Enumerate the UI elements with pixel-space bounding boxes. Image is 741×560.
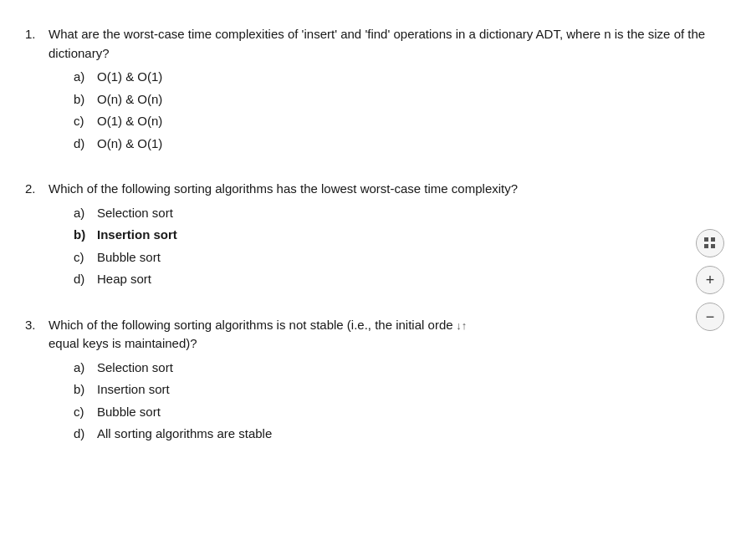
option-label: d): [74, 425, 97, 444]
option-label: c): [74, 112, 97, 131]
option-text: Insertion sort: [97, 226, 177, 245]
question-2-text: Which of the following sorting algorithm…: [49, 181, 518, 196]
option-label: d): [74, 135, 97, 154]
plus-icon: +: [706, 272, 715, 288]
question-3: 3. Which of the following sorting algori…: [25, 316, 708, 447]
option-text: Bubble sort: [97, 248, 161, 267]
option-text: O(1) & O(n): [97, 112, 162, 131]
list-item: a) Selection sort: [74, 359, 708, 378]
list-item: c) Bubble sort: [74, 403, 708, 422]
grid-layout-button[interactable]: [696, 229, 724, 257]
option-label: c): [74, 248, 97, 267]
option-text: Insertion sort: [97, 380, 170, 400]
option-text: O(1) & O(1): [97, 68, 162, 87]
question-2-options: a) Selection sort b) Insertion sort c) B…: [74, 204, 708, 289]
zoom-out-button[interactable]: −: [696, 303, 724, 331]
option-text: Heap sort: [97, 270, 151, 289]
question-1-text: What are the worst-case time complexitie…: [49, 27, 705, 60]
question-3-options: a) Selection sort b) Insertion sort c) B…: [74, 359, 708, 444]
option-text: Selection sort: [97, 204, 173, 223]
option-text: Bubble sort: [97, 403, 161, 422]
question-2-number: 2.: [25, 180, 49, 199]
list-item: d) Heap sort: [74, 270, 708, 289]
question-1: 1. What are the worst-case time complexi…: [25, 25, 708, 156]
option-label: a): [74, 68, 97, 87]
option-label: a): [74, 204, 97, 223]
list-item: c) O(1) & O(n): [74, 112, 708, 131]
question-1-number: 1.: [25, 25, 49, 44]
list-item: a) O(1) & O(1): [74, 68, 708, 87]
list-item: d) O(n) & O(1): [74, 135, 708, 154]
question-3-number: 3.: [25, 316, 49, 335]
side-controls: + −: [696, 229, 724, 331]
list-item: b) Insertion sort: [74, 226, 708, 245]
list-item: b) Insertion sort: [74, 380, 708, 400]
option-label: b): [74, 90, 97, 109]
list-item: a) Selection sort: [74, 204, 708, 223]
option-label: a): [74, 359, 97, 378]
list-item: b) O(n) & O(n): [74, 90, 708, 109]
question-3-text-line1: Which of the following sorting algorithm…: [49, 316, 659, 335]
question-3-text-line2: equal keys is maintained)?: [49, 334, 708, 354]
option-label: d): [74, 270, 97, 289]
option-text: Selection sort: [97, 359, 173, 378]
grid-icon: [704, 237, 716, 249]
question-1-options: a) O(1) & O(1) b) O(n) & O(n) c) O(1) & …: [74, 68, 708, 153]
questions-container: 1. What are the worst-case time complexi…: [25, 25, 708, 447]
option-text: All sorting algorithms are stable: [97, 425, 272, 444]
option-label: b): [74, 380, 97, 400]
option-text: O(n) & O(1): [97, 135, 162, 154]
zoom-in-button[interactable]: +: [696, 266, 724, 294]
option-label: b): [74, 226, 97, 245]
list-item: c) Bubble sort: [74, 248, 708, 267]
minus-icon: −: [706, 309, 715, 324]
option-label: c): [74, 403, 97, 422]
question-2: 2. Which of the following sorting algori…: [25, 180, 708, 293]
option-text: O(n) & O(n): [97, 90, 162, 109]
list-item: d) All sorting algorithms are stable: [74, 425, 708, 444]
